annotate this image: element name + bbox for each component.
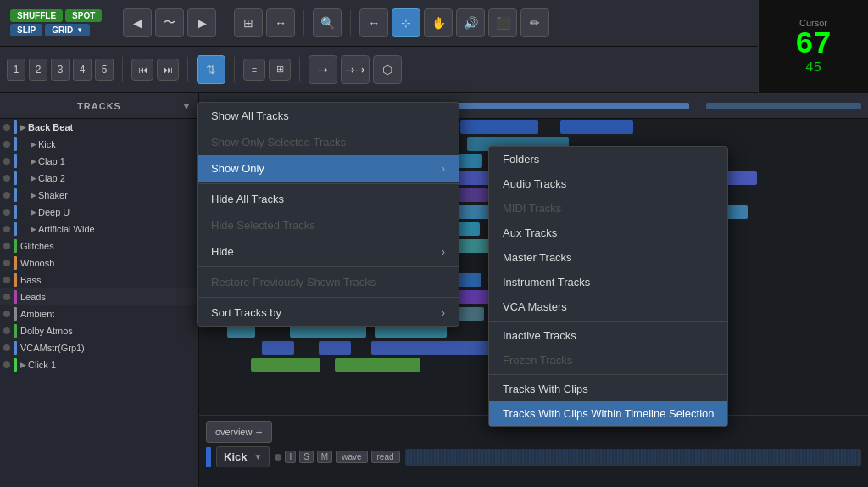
track-item[interactable]: Bass (0, 271, 198, 288)
track-expand-arrow[interactable]: ▶ (31, 225, 36, 233)
submenu-item-tracks-with-clips-within-timeline-selection[interactable]: Tracks With Clips Within Timeline Select… (489, 401, 727, 426)
track-item[interactable]: ▶Kick (0, 136, 198, 153)
num-button-2[interactable]: 2 (29, 59, 47, 81)
menu-item-hide[interactable]: Hide› (198, 238, 459, 265)
track-item[interactable]: Glitches (0, 238, 198, 255)
track-expand-arrow[interactable]: ▶ (31, 208, 36, 216)
submenu-item-aux-tracks[interactable]: Aux Tracks (489, 221, 727, 245)
timeline-clip[interactable] (251, 358, 320, 372)
link-button[interactable]: ↔ (359, 8, 388, 37)
timeline-clip[interactable] (262, 341, 294, 355)
track-status-dot (3, 327, 10, 334)
track-item[interactable]: Dolby Atmos (0, 322, 198, 339)
track-name-label: Artificial Wide (38, 224, 95, 234)
main-dropdown-menu: Show All TracksShow Only Selected Tracks… (197, 102, 459, 327)
track-expand-arrow[interactable]: ▶ (31, 191, 36, 199)
hand-button[interactable]: ✋ (424, 8, 453, 37)
submenu-chevron-icon: › (442, 163, 445, 175)
timeline-clip[interactable] (319, 341, 351, 355)
timeline-clip[interactable] (335, 358, 421, 372)
track-expand-arrow[interactable]: ▶ (20, 123, 26, 132)
menu-item-show-only-selected-tracks: Show Only Selected Tracks (198, 129, 459, 155)
solo-button[interactable]: S (299, 451, 314, 463)
track-item[interactable]: ▶Deep U (0, 204, 198, 221)
submenu-item-tracks-with-clips[interactable]: Tracks With Clips (489, 377, 727, 401)
overview-button[interactable]: overview + (206, 421, 272, 443)
timeline-clip[interactable] (371, 341, 491, 355)
select-button[interactable]: ⊹ (392, 8, 420, 37)
submenu-item-audio-tracks[interactable]: Audio Tracks (489, 171, 727, 196)
toolbar-row1: SHUFFLE SPOT SLIP GRID ▼ ◀ 〜 ▶ (0, 0, 758, 47)
view1-button[interactable]: ≡ (243, 59, 265, 81)
tracks-arrow-icon[interactable]: ▼ (181, 100, 192, 112)
screen-button[interactable]: ⬛ (488, 8, 517, 37)
track-item[interactable]: ▶Click 1 (0, 356, 198, 373)
mute-button[interactable]: M (317, 451, 332, 463)
menu-item-show-only[interactable]: Show Only› (198, 155, 459, 182)
submenu-item-vca-masters[interactable]: VCA Masters (489, 294, 727, 319)
menu-item-show-all-tracks[interactable]: Show All Tracks (198, 103, 459, 129)
track-item[interactable]: Whoosh (0, 255, 198, 271)
waveform-button[interactable]: 〜 (155, 8, 184, 37)
track-expand-arrow[interactable]: ▶ (31, 174, 36, 182)
num-button-5[interactable]: 5 (95, 59, 114, 81)
view2-button[interactable]: ⊞ (269, 59, 291, 81)
menu-item-hide-all-tracks[interactable]: Hide All Tracks (198, 186, 459, 212)
track-item[interactable]: ▶Back Beat (0, 119, 198, 136)
kick-label: Kick (224, 451, 247, 463)
submenu-item-midi-tracks: MIDI Tracks (489, 196, 727, 221)
track-item[interactable]: ▶Clap 1 (0, 153, 198, 170)
forward-end-button[interactable]: ⏭ (157, 59, 179, 81)
track-item[interactable]: ▶Shaker (0, 187, 198, 204)
track-item[interactable]: Ambient (0, 305, 198, 322)
track-item[interactable]: Leads (0, 288, 198, 305)
io2-button[interactable]: ⇢⇢ (341, 55, 370, 84)
io3-button[interactable]: ⬡ (373, 55, 402, 84)
submenu-item-inactive-tracks[interactable]: Inactive Tracks (489, 323, 727, 348)
io1-button[interactable]: ⇢ (309, 55, 337, 84)
back-button[interactable]: ⏮ (131, 59, 153, 81)
shuffle-button[interactable]: SHUFFLE (10, 9, 63, 22)
rewind-button[interactable]: ◀ (123, 8, 152, 37)
transport-group: ◀ 〜 ▶ (123, 8, 216, 37)
grid-button[interactable]: GRID ▼ (45, 24, 90, 36)
input-button[interactable]: I (285, 451, 296, 463)
submenu-item-instrument-tracks[interactable]: Instrument Tracks (489, 270, 727, 294)
num-button-3[interactable]: 3 (51, 59, 70, 81)
submenu-item-label: VCA Masters (503, 300, 567, 313)
spot-button[interactable]: SPOT (65, 9, 102, 22)
slip-button[interactable]: SLIP (10, 24, 42, 36)
track-item[interactable]: VCAMstr(Grp1) (0, 339, 198, 356)
submenu-item-folders[interactable]: Folders (489, 147, 727, 171)
timeline-clip[interactable] (460, 120, 538, 134)
wave-button[interactable]: wave (336, 451, 367, 463)
track-expand-arrow[interactable]: ▶ (20, 361, 26, 369)
track-status-dot (3, 294, 10, 300)
speaker-button[interactable]: 🔊 (456, 8, 485, 37)
forward-button[interactable]: ▶ (187, 8, 216, 37)
menu-item-label: Show Only Selected Tracks (211, 136, 346, 148)
num-button-4[interactable]: 4 (73, 59, 92, 81)
submenu-item-frozen-tracks: Frozen Tracks (489, 348, 727, 372)
timeline-clip[interactable] (560, 120, 634, 134)
zoom-button[interactable]: 🔍 (313, 8, 342, 37)
sync-button[interactable]: ⇅ (197, 55, 225, 84)
track-item[interactable]: ▶Artificial Wide (0, 221, 198, 238)
arrange-button[interactable]: ⊞ (234, 8, 263, 37)
menu-item-sort-tracks-by[interactable]: Sort Tracks by› (198, 299, 459, 326)
track-active-dot[interactable] (275, 454, 281, 461)
pencil-button[interactable]: ✏ (520, 8, 549, 37)
toolbar-separator-2 (225, 10, 225, 36)
num-button-1[interactable]: 1 (7, 59, 25, 81)
track-status-dot (3, 192, 10, 199)
dropdown-icon[interactable]: ▼ (253, 452, 262, 462)
track-expand-arrow[interactable]: ▶ (31, 140, 36, 148)
zoom-group: 🔍 (313, 8, 342, 37)
track-item[interactable]: ▶Clap 2 (0, 170, 198, 187)
track-name-label: Whoosh (20, 258, 54, 268)
read-button[interactable]: read (371, 451, 400, 463)
submenu-item-master-tracks[interactable]: Master Tracks (489, 245, 727, 270)
track-expand-arrow[interactable]: ▶ (31, 157, 36, 165)
submenu-item-label: Folders (503, 153, 539, 165)
arrange2-button[interactable]: ↔ (266, 8, 295, 37)
